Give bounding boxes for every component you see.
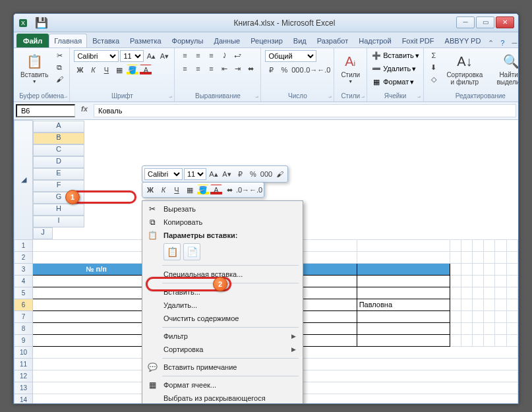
maximize-button[interactable]: ▭ bbox=[476, 16, 494, 28]
mini-italic[interactable]: К bbox=[158, 185, 169, 195]
align-middle-icon[interactable]: ≡ bbox=[192, 50, 204, 61]
italic-button[interactable]: К bbox=[87, 65, 99, 75]
row-header[interactable]: 13 bbox=[15, 382, 33, 394]
mini-fill-icon[interactable]: 🪣 bbox=[197, 185, 209, 195]
tab-developer[interactable]: Разработ bbox=[312, 34, 353, 47]
font-color-icon[interactable]: A bbox=[140, 65, 152, 75]
ctx-dropdown[interactable]: Выбрать из раскрывающегося списка... bbox=[144, 392, 301, 403]
select-all-corner[interactable]: ◢ bbox=[15, 121, 33, 240]
table-header[interactable]: № п/п bbox=[33, 263, 160, 275]
col-header-C[interactable]: C bbox=[33, 144, 84, 156]
mini-size-select[interactable]: 11 bbox=[184, 168, 206, 180]
shrink-font-icon[interactable]: A▾ bbox=[158, 51, 170, 61]
col-header-B[interactable]: B bbox=[33, 132, 84, 144]
ctx-comment[interactable]: 💬Вставить примечание bbox=[144, 361, 301, 374]
row-header[interactable]: 8 bbox=[15, 322, 33, 334]
tab-layout[interactable]: Разметка bbox=[125, 34, 167, 47]
paste-button[interactable]: 📋 Вставить▼ bbox=[18, 50, 51, 86]
sort-filter-button[interactable]: A↓ Сортировка и фильтр bbox=[442, 50, 487, 88]
increase-decimal-icon[interactable]: .0→ bbox=[305, 65, 316, 75]
tab-home[interactable]: Главная bbox=[49, 34, 87, 47]
mini-decdec-icon[interactable]: ←.0 bbox=[250, 185, 262, 195]
cut-icon[interactable]: ✂ bbox=[53, 50, 65, 61]
help-icon[interactable]: ? bbox=[498, 39, 507, 47]
mini-percent-icon[interactable]: % bbox=[247, 169, 259, 179]
percent-icon[interactable]: % bbox=[278, 65, 290, 75]
bold-button[interactable]: Ж bbox=[74, 65, 86, 75]
fill-color-icon[interactable]: 🪣 bbox=[127, 65, 138, 75]
cell[interactable]: 2 bbox=[33, 287, 160, 299]
mini-font-select[interactable]: Calibri bbox=[144, 168, 183, 180]
row-header[interactable]: 7 bbox=[15, 310, 33, 322]
mini-currency-icon[interactable]: ₽ bbox=[234, 169, 246, 179]
row-header[interactable]: 2 bbox=[15, 251, 33, 263]
mini-comma-icon[interactable]: 000 bbox=[260, 169, 272, 179]
mini-bold[interactable]: Ж bbox=[144, 185, 156, 195]
decrease-indent-icon[interactable]: ⇤ bbox=[218, 63, 230, 74]
mini-merge-icon[interactable]: ⬌ bbox=[223, 185, 235, 195]
find-select-button[interactable]: 🔍 Найти и выделить bbox=[490, 50, 519, 88]
cell[interactable]: 3 bbox=[33, 299, 160, 310]
align-right-icon[interactable]: ≡ bbox=[205, 63, 217, 74]
tab-data[interactable]: Данные bbox=[208, 34, 245, 47]
table-header[interactable] bbox=[357, 263, 450, 275]
currency-icon[interactable]: ₽ bbox=[265, 65, 277, 75]
mini-border-icon[interactable]: ▦ bbox=[184, 185, 196, 195]
row-header[interactable]: 14 bbox=[15, 394, 33, 403]
row-header[interactable]: 11 bbox=[15, 358, 33, 370]
underline-button[interactable]: Ч bbox=[100, 65, 112, 75]
decrease-decimal-icon[interactable]: ←.0 bbox=[318, 65, 330, 75]
row-header[interactable]: 9 bbox=[15, 334, 33, 346]
col-header-E[interactable]: E bbox=[33, 168, 84, 180]
mini-fontcolor-icon[interactable]: A bbox=[210, 185, 222, 195]
tab-foxit[interactable]: Foxit PDF bbox=[397, 34, 440, 47]
increase-indent-icon[interactable]: ⇥ bbox=[231, 63, 243, 74]
mini-decinc-icon[interactable]: .0→ bbox=[237, 185, 249, 195]
mini-underline[interactable]: Ч bbox=[171, 185, 183, 195]
cells-insert-button[interactable]: ➕Вставить ▾ bbox=[371, 50, 419, 61]
worksheet-grid[interactable]: ◢ A B C D E F G H I J 1 2 3 № п/п Фамили… bbox=[14, 120, 518, 403]
align-bottom-icon[interactable]: ≡ bbox=[205, 50, 217, 61]
ctx-clear[interactable]: Очистить содержимое bbox=[144, 312, 301, 325]
format-painter-icon[interactable]: 🖌 bbox=[53, 74, 65, 84]
col-header-F[interactable]: F bbox=[33, 180, 84, 192]
wrap-text-icon[interactable]: ⮐ bbox=[231, 50, 243, 61]
tab-file[interactable]: Файл bbox=[16, 34, 49, 47]
col-header-I[interactable]: I bbox=[33, 216, 84, 227]
merge-icon[interactable]: ⬌ bbox=[245, 63, 256, 74]
col-header-J[interactable]: J bbox=[33, 227, 53, 239]
mini-format-painter-icon[interactable]: 🖌 bbox=[274, 169, 285, 179]
close-button[interactable]: ✕ bbox=[496, 16, 514, 28]
cells-format-button[interactable]: ▦Формат ▾ bbox=[371, 76, 414, 87]
minimize-button[interactable]: ─ bbox=[456, 16, 475, 28]
ctx-cut[interactable]: ✂Вырезать bbox=[144, 202, 301, 216]
styles-button[interactable]: Aᵢ Стили▼ bbox=[338, 50, 363, 86]
autosum-icon[interactable]: Σ bbox=[428, 50, 440, 61]
paste-option-values[interactable]: 📄 bbox=[183, 243, 200, 260]
tab-view[interactable]: Вид bbox=[288, 34, 312, 47]
paste-option-all[interactable]: 📋 bbox=[163, 243, 181, 260]
border-icon[interactable]: ▦ bbox=[113, 65, 125, 75]
name-box[interactable] bbox=[16, 104, 75, 117]
tab-addins[interactable]: Надстрой bbox=[353, 34, 396, 47]
fill-icon[interactable]: ⬇ bbox=[428, 62, 440, 73]
fx-icon[interactable]: fx bbox=[77, 102, 92, 119]
grow-font-icon[interactable]: A▴ bbox=[145, 51, 157, 61]
copy-icon[interactable]: ⧉ bbox=[53, 62, 65, 73]
formula-input[interactable] bbox=[94, 104, 516, 117]
row-header[interactable]: 6 bbox=[15, 299, 33, 310]
tab-review[interactable]: Рецензир bbox=[245, 34, 288, 47]
tab-insert[interactable]: Вставка bbox=[87, 34, 125, 47]
cell[interactable]: 6 bbox=[33, 334, 160, 346]
row-header[interactable]: 1 bbox=[15, 239, 33, 251]
tab-abbyy[interactable]: ABBYY PD bbox=[440, 34, 487, 47]
font-name-select[interactable]: Calibri bbox=[74, 50, 119, 62]
col-header-D[interactable]: D bbox=[33, 156, 84, 168]
mini-shrink-icon[interactable]: A▾ bbox=[221, 169, 233, 179]
ctx-format-cells[interactable]: ▦Формат ячеек... bbox=[144, 378, 301, 392]
font-size-select[interactable]: 11 bbox=[120, 50, 144, 62]
row-header[interactable]: 3 bbox=[15, 263, 33, 275]
col-header-H[interactable]: H bbox=[33, 204, 84, 216]
ribbon-minimize-icon[interactable]: ⌃ bbox=[486, 39, 495, 47]
number-format-select[interactable]: Общий bbox=[265, 50, 316, 62]
